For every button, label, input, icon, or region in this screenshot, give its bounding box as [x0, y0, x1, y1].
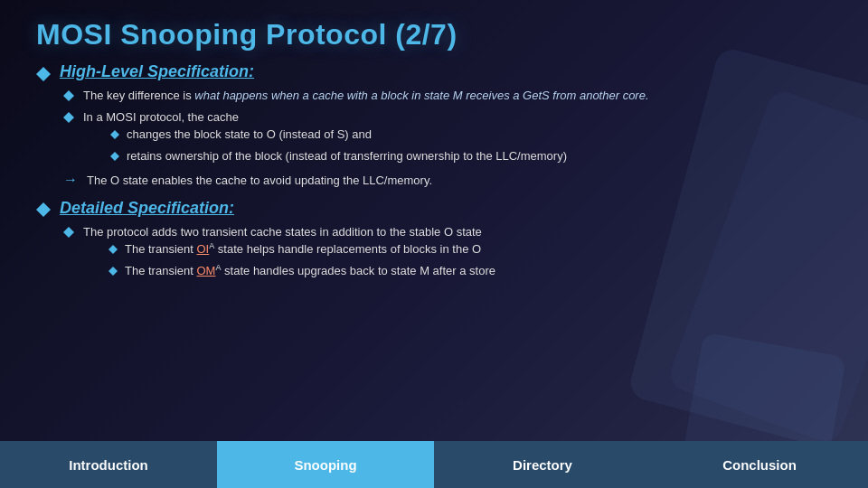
arrow-icon: → — [63, 172, 78, 188]
detailed-sub-2-text: The transient OMA state handles upgrades… — [125, 262, 495, 280]
nav-conclusion[interactable]: Conclusion — [651, 441, 868, 488]
section-diamond-icon-2 — [36, 202, 51, 210]
bottom-navigation: Introduction Snooping Directory Conclusi… — [0, 441, 868, 488]
detailed-bullet-diamond-1 — [63, 227, 74, 232]
bullet-2: In a MOSI protocol, the cache changes th… — [63, 108, 832, 169]
detailed-bullet-1: The protocol adds two transient cache st… — [63, 223, 832, 284]
section-diamond-icon — [36, 67, 51, 74]
detailed-bullet-content: The protocol adds two transient cache st… — [83, 223, 495, 284]
bullet-2-sub-bullets: changes the block state to O (instead of… — [83, 126, 567, 164]
high-level-content: The key difference is what happens when … — [36, 87, 832, 190]
nav-conclusion-label: Conclusion — [722, 457, 797, 473]
bullet-diamond-icon-1 — [63, 90, 74, 96]
bullet-1: The key difference is what happens when … — [63, 87, 832, 105]
bullet-2-content: In a MOSI protocol, the cache changes th… — [83, 108, 567, 169]
sub-bullet-1: changes the block state to O (instead of… — [110, 126, 567, 144]
sub-bullet-1-text: changes the block state to O (instead of… — [127, 126, 372, 144]
nav-directory[interactable]: Directory — [434, 441, 651, 488]
bullet-diamond-icon-2 — [63, 112, 74, 117]
nav-introduction[interactable]: Introduction — [0, 441, 217, 488]
nav-snooping-label: Snooping — [294, 457, 356, 473]
nav-introduction-label: Introduction — [69, 457, 147, 473]
sub-bullet-2: retains ownership of the block (instead … — [110, 147, 567, 165]
arrow-item: → The O state enables the cache to avoid… — [63, 172, 832, 190]
bullet-1-italic: what happens when a cache with a block i… — [194, 89, 648, 102]
detailed-sub-1-text: The transient OIA state helps handle rep… — [125, 240, 481, 258]
arrow-text: The O state enables the cache to avoid u… — [87, 172, 432, 190]
bullet-1-text: The key difference is what happens when … — [83, 87, 649, 105]
detailed-sub-bullets: The transient OIA state helps handle rep… — [83, 240, 495, 280]
nav-directory-label: Directory — [513, 457, 572, 473]
high-level-label: High-Level Specification: — [60, 62, 254, 81]
detailed-sub-diamond-2 — [108, 267, 118, 271]
slide: MOSI Snooping Protocol (2/7) High-Level … — [0, 0, 868, 488]
om-state: OM — [197, 264, 216, 277]
sub-bullet-2-text: retains ownership of the block (instead … — [127, 147, 567, 165]
nav-snooping[interactable]: Snooping — [217, 441, 434, 488]
detailed-label: Detailed Specification: — [60, 199, 234, 218]
sub-bullet-diamond-1 — [110, 130, 119, 135]
detailed-sub-1: The transient OIA state helps handle rep… — [108, 240, 495, 258]
detailed-bullet-text: The protocol adds two transient cache st… — [83, 225, 482, 239]
slide-title: MOSI Snooping Protocol (2/7) — [36, 18, 832, 52]
bullet-2-text: In a MOSI protocol, the cache — [83, 110, 239, 124]
detailed-section-header: Detailed Specification: — [36, 199, 832, 218]
high-level-section-header: High-Level Specification: — [36, 62, 832, 81]
detailed-content: The protocol adds two transient cache st… — [36, 223, 832, 284]
detailed-sub-2: The transient OMA state handles upgrades… — [108, 262, 495, 280]
detailed-sub-diamond-1 — [108, 245, 118, 249]
sub-bullet-diamond-2 — [110, 152, 119, 156]
oi-state: OI — [197, 242, 210, 256]
